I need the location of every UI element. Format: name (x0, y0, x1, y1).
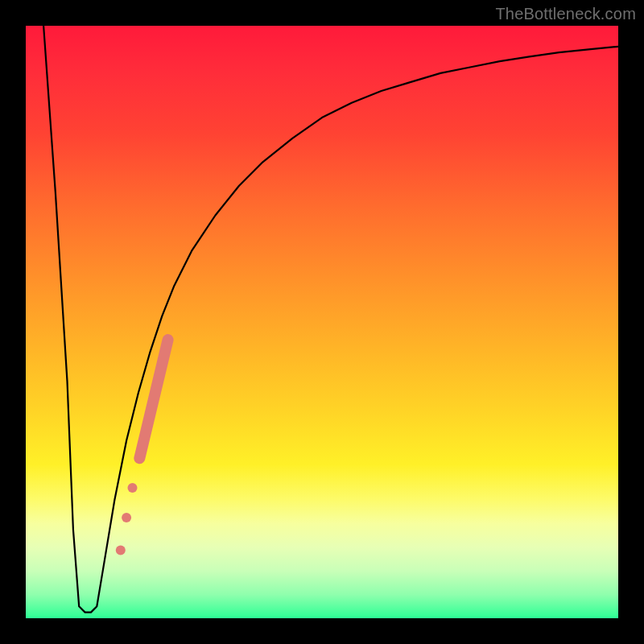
marker-dot-2 (128, 483, 138, 493)
markers-group (116, 340, 168, 555)
watermark-text: TheBottleneck.com (495, 5, 636, 23)
marker-dot-0 (116, 545, 126, 555)
chart-overlay (26, 26, 618, 618)
plot-area (26, 26, 618, 618)
marker-dot-1 (122, 513, 131, 522)
chart-frame: TheBottleneck.com (0, 0, 644, 644)
marker-segment-3 (139, 340, 167, 458)
bottleneck-curve (43, 26, 618, 613)
